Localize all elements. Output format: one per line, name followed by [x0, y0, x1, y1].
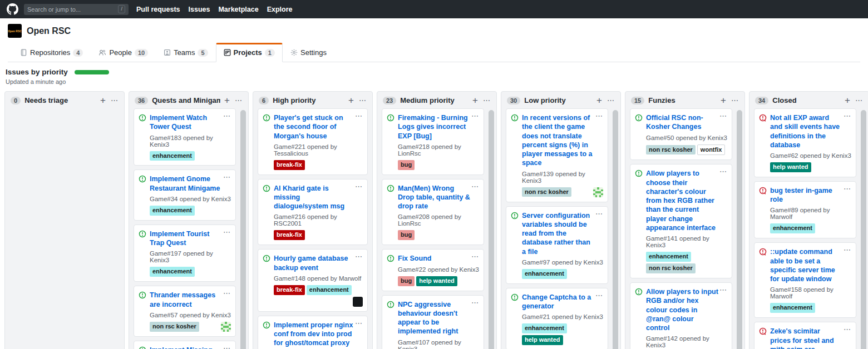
tab-repositories[interactable]: Repositories 4 [12, 43, 91, 62]
issue-title-link[interactable]: Al Kharid gate is missing dialogue/syste… [274, 184, 363, 211]
issue-card[interactable]: Fix SoundGame#22 opened by Kenix3bughelp… [382, 249, 484, 291]
issue-card[interactable]: Al Kharid gate is missing dialogue/syste… [258, 179, 368, 246]
column-scrollbar[interactable] [240, 110, 246, 349]
issue-card[interactable]: Man(Men) Wrong Drop table, quantity & dr… [382, 179, 484, 246]
tab-teams[interactable]: Teams 5 [156, 43, 215, 62]
column-menu-icon[interactable]: ⋯ [607, 96, 615, 104]
card-menu-icon[interactable]: ⋯ [471, 252, 479, 261]
issue-title-link[interactable]: Zeke's scimitar prices for steel and mit… [770, 327, 851, 349]
issue-card[interactable]: Implement Tourist Trap QuestGame#197 ope… [134, 225, 236, 282]
issue-card[interactable]: Implement proper nginx conf from dev int… [258, 316, 368, 349]
issue-card[interactable]: Implement Missing Fishing Contest Behavi… [134, 341, 236, 349]
issue-title-link[interactable]: Man(Men) Wrong Drop table, quantity & dr… [398, 184, 479, 211]
card-menu-icon[interactable]: ⋯ [223, 112, 231, 120]
tab-settings[interactable]: Settings [283, 43, 334, 62]
issue-card[interactable]: Allow players to input RGB and/or hex co… [630, 282, 732, 349]
issue-title-link[interactable]: Implement Tourist Trap Quest [150, 230, 231, 248]
nav-pull-requests[interactable]: Pull requests [136, 6, 180, 13]
issue-title-link[interactable]: Fix Sound [398, 254, 479, 263]
issue-card[interactable]: Official RSC non-Kosher ChangesGame#50 o… [630, 108, 732, 160]
issue-title-link[interactable]: Player's get stuck on the second floor o… [274, 113, 363, 141]
add-card-icon[interactable]: + [348, 97, 354, 104]
card-menu-icon[interactable]: ⋯ [595, 210, 603, 218]
issue-card[interactable]: Player's get stuck on the second floor o… [258, 108, 368, 175]
column-scrollbar[interactable] [737, 110, 742, 349]
card-menu-icon[interactable]: ⋯ [844, 325, 851, 333]
card-menu-icon[interactable]: ⋯ [355, 319, 363, 327]
card-menu-icon[interactable]: ⋯ [355, 112, 363, 120]
issue-title-link[interactable]: Implement proper nginx conf from dev int… [274, 321, 363, 348]
column-menu-icon[interactable]: ⋯ [731, 96, 739, 104]
card-menu-icon[interactable]: ⋯ [223, 228, 231, 236]
add-card-icon[interactable]: + [721, 97, 726, 104]
card-menu-icon[interactable]: ⋯ [595, 112, 603, 120]
add-card-icon[interactable]: + [224, 97, 230, 104]
issue-title-link[interactable]: Not all EXP award and skill events have … [770, 113, 851, 149]
add-card-icon[interactable]: + [472, 97, 478, 104]
issue-card[interactable]: Server configuration variables should be… [506, 206, 608, 284]
card-menu-icon[interactable]: ⋯ [844, 185, 851, 193]
github-logo-icon[interactable] [7, 3, 18, 15]
issue-card[interactable]: Zeke's scimitar prices for steel and mit… [754, 322, 856, 349]
issue-title-link[interactable]: In recent versions of the client the gam… [522, 113, 603, 168]
column-menu-icon[interactable]: ⋯ [111, 96, 119, 104]
card-menu-icon[interactable]: ⋯ [355, 252, 363, 261]
issue-title-link[interactable]: Allow players to choose their character'… [646, 169, 727, 232]
issue-title-link[interactable]: Server configuration variables should be… [522, 211, 603, 256]
issue-card[interactable]: Hourly game database backup eventGame#14… [258, 249, 368, 311]
issue-title-link[interactable]: NPC aggressive behaviour doesn't appear … [398, 300, 479, 336]
issue-title-link[interactable]: Change Captcha to a generator [522, 293, 603, 311]
add-card-icon[interactable]: + [100, 97, 106, 104]
issue-title-link[interactable]: Allow players to input RGB and/or hex co… [646, 287, 727, 332]
issue-card[interactable]: Implement Gnome Restaurant MinigameGame#… [134, 169, 236, 220]
column-menu-icon[interactable]: ⋯ [855, 96, 863, 104]
issue-card[interactable]: Firemaking - Burning Logs gives incorrec… [382, 108, 484, 175]
card-menu-icon[interactable]: ⋯ [844, 246, 851, 254]
card-menu-icon[interactable]: ⋯ [844, 112, 851, 120]
column-scrollbar[interactable] [861, 110, 866, 349]
tab-people[interactable]: People 10 [91, 43, 156, 62]
nav-issues[interactable]: Issues [189, 6, 210, 13]
issue-card[interactable]: Not all EXP award and skill events have … [754, 108, 856, 177]
search-input[interactable]: Search or jump to... / [24, 4, 129, 15]
column-scrollbar[interactable] [489, 110, 494, 349]
issue-title-link[interactable]: Implement Missing Fishing Contest Behavi… [150, 346, 231, 349]
issue-card[interactable]: ::update command able to be set a specif… [754, 242, 856, 318]
issue-card[interactable]: Implement Watch Tower QuestGame#183 open… [134, 108, 236, 166]
card-menu-icon[interactable]: ⋯ [719, 112, 727, 120]
issue-card[interactable]: In recent versions of the client the gam… [506, 108, 608, 202]
issue-card[interactable]: Allow players to choose their character'… [630, 164, 732, 278]
card-menu-icon[interactable]: ⋯ [471, 112, 479, 120]
nav-explore[interactable]: Explore [267, 6, 293, 13]
card-menu-icon[interactable]: ⋯ [355, 182, 363, 191]
issue-title-link[interactable]: Official RSC non-Kosher Changes [646, 113, 727, 132]
card-menu-icon[interactable]: ⋯ [719, 286, 727, 294]
issue-title-link[interactable]: Thrander messages are incorrect [150, 291, 231, 309]
issue-title-link[interactable]: Implement Gnome Restaurant Minigame [150, 174, 231, 193]
card-menu-icon[interactable]: ⋯ [471, 182, 479, 191]
add-card-icon[interactable]: + [596, 97, 602, 104]
issue-title-link[interactable]: Implement Watch Tower Quest [150, 113, 231, 132]
issue-card[interactable]: Thrander messages are incorrectGame#57 o… [134, 286, 236, 337]
card-menu-icon[interactable]: ⋯ [223, 289, 231, 297]
card-menu-icon[interactable]: ⋯ [719, 167, 727, 176]
issue-title-link[interactable]: Hourly game database backup event [274, 254, 363, 272]
issue-card[interactable]: bug tester in-game roleGame#89 opened by… [754, 181, 856, 238]
issue-title-link[interactable]: ::update command able to be set a specif… [770, 247, 851, 283]
card-menu-icon[interactable]: ⋯ [223, 173, 231, 181]
issue-title-link[interactable]: bug tester in-game role [770, 186, 851, 205]
column-menu-icon[interactable]: ⋯ [235, 96, 243, 104]
tab-projects[interactable]: Projects 1 [216, 43, 283, 62]
column-menu-icon[interactable]: ⋯ [483, 96, 491, 104]
add-card-icon[interactable]: + [845, 97, 850, 104]
org-avatar[interactable]: Open RSC [8, 24, 22, 38]
card-menu-icon[interactable]: ⋯ [595, 291, 603, 300]
column-scrollbar[interactable] [613, 110, 618, 349]
card-menu-icon[interactable]: ⋯ [223, 344, 231, 349]
card-menu-icon[interactable]: ⋯ [471, 298, 479, 307]
nav-marketplace[interactable]: Marketplace [218, 6, 258, 13]
issue-card[interactable]: Change Captcha to a generatorGame#21 ope… [506, 288, 608, 349]
column-menu-icon[interactable]: ⋯ [359, 96, 367, 104]
issue-title-link[interactable]: Firemaking - Burning Logs gives incorrec… [398, 113, 479, 141]
issue-card[interactable]: NPC aggressive behaviour doesn't appear … [382, 295, 484, 349]
